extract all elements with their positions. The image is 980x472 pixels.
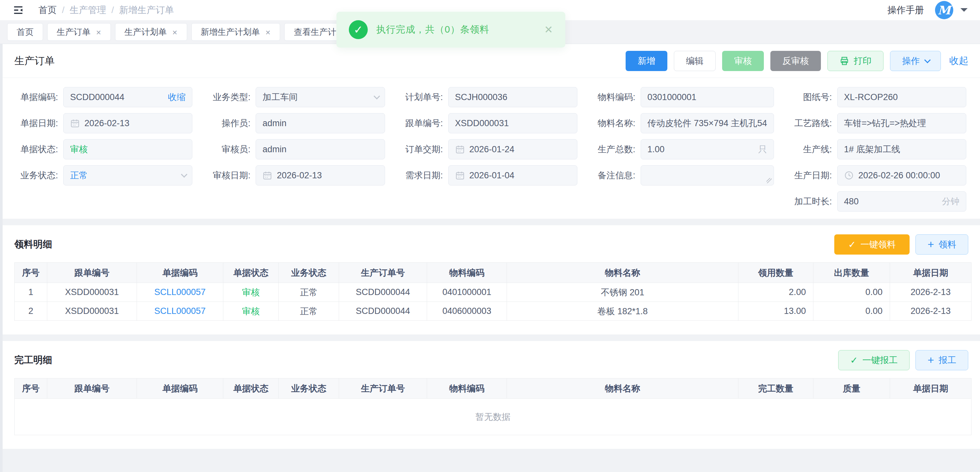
field-label: 审核日期: (206, 170, 256, 181)
field-value: 正常 (70, 170, 88, 181)
column-header: 跟单编号 (47, 378, 137, 399)
resize-handle-icon[interactable] (767, 178, 772, 183)
completion-section-title: 完工明细 (14, 354, 52, 367)
chevron-down-icon[interactable] (961, 8, 967, 15)
add-button[interactable]: 新增 (625, 51, 667, 71)
form-field-production-date: 生产日期:2026-02-26 00:00:00 (788, 164, 966, 187)
field-label: 业务状态: (14, 170, 63, 181)
doc-status-input[interactable]: 审核 (63, 139, 192, 159)
print-button[interactable]: 打印 (827, 51, 883, 71)
field-value: 2026-02-26 00:00:00 (858, 170, 940, 181)
table-cell: 审核 (223, 283, 279, 302)
one-click-material-button[interactable]: 一键领料 (834, 234, 910, 254)
material-section-title: 领料明细 (14, 238, 52, 251)
auditor-input[interactable]: admin (256, 139, 385, 159)
field-label: 图纸号: (788, 91, 837, 103)
material-code-input[interactable]: 0301000001 (641, 87, 774, 107)
form-field-biz-type: 业务类型:加工车间 (206, 86, 385, 108)
table-cell: SCDD000044 (339, 302, 427, 321)
page-title: 生产订单 (14, 54, 55, 68)
form-field-material-name: 物料名称:传动皮轮件 735×794 主机孔54 (591, 112, 774, 135)
chevron-down-icon (924, 57, 931, 63)
form-field-material-code: 物料编码:0301000001 (591, 86, 774, 108)
form-field-doc-date: 单据日期:2026-02-13 (14, 112, 192, 135)
doc-date-input[interactable]: 2026-02-13 (63, 113, 192, 133)
biz-type-input[interactable]: 加工车间 (256, 87, 385, 107)
production-date-input[interactable]: 2026-02-26 00:00:00 (837, 165, 966, 186)
field-label: 备注信息: (591, 170, 641, 181)
field-label: 加工时长: (788, 195, 837, 207)
column-header: 完工数量 (738, 378, 813, 399)
form-field-drawing-no: 图纸号:XL-RCOP260 (788, 86, 966, 108)
follow-no-input[interactable]: XSDD000031 (448, 113, 578, 133)
printer-icon (840, 56, 849, 66)
field-value: 传动皮轮件 735×794 主机孔54 (648, 118, 767, 129)
breadcrumb-separator: / (62, 5, 65, 15)
field-value: SCDD000044 (70, 92, 124, 102)
form-field-follow-no: 跟单编号:XSDD000031 (399, 112, 578, 135)
success-toast: 执行完成，共（0）条领料 (336, 12, 565, 48)
close-icon[interactable] (544, 24, 553, 36)
form-spacer (591, 190, 774, 213)
drawing-no-input[interactable]: XL-RCOP260 (837, 87, 966, 107)
manual-link[interactable]: 操作手册 (888, 4, 924, 16)
biz-status-input[interactable]: 正常 (63, 165, 192, 186)
collapse-panel-link[interactable]: 收起 (949, 54, 968, 67)
close-icon[interactable] (172, 27, 178, 37)
breadcrumb-item[interactable]: 首页 (38, 4, 57, 16)
table-cell: 13.00 (738, 302, 813, 321)
remark-input[interactable] (641, 165, 774, 186)
column-header: 物料编码 (427, 263, 507, 283)
order-form: 单据编码:SCDD000044收缩业务类型:加工车间计划单号:SCJH00003… (3, 78, 980, 219)
avatar[interactable]: M (935, 1, 953, 19)
material-name-input[interactable]: 传动皮轮件 735×794 主机孔54 (641, 113, 774, 133)
one-click-report-button[interactable]: 一键报工 (838, 350, 910, 370)
field-value: 1# 底架加工线 (844, 143, 900, 155)
plan-no-input[interactable]: SCJH000036 (448, 87, 578, 107)
plus-icon (928, 238, 934, 250)
check-icon (850, 355, 858, 366)
doc-code-input[interactable]: SCDD000044收缩 (63, 87, 192, 107)
tab-production-plan[interactable]: 生产计划单 (115, 23, 187, 41)
field-value: 2026-02-13 (277, 170, 322, 181)
field-value: 车钳=>钻孔=>热处理 (844, 118, 926, 129)
column-header: 单据编码 (137, 378, 223, 399)
field-value: 审核 (70, 143, 88, 155)
order-due-date-input[interactable]: 2026-01-24 (448, 139, 578, 159)
calendar-icon (455, 170, 465, 180)
column-header: 业务状态 (279, 263, 339, 283)
breadcrumb-item[interactable]: 生产管理 (70, 4, 106, 16)
doc-code-link[interactable]: SCLL000057 (137, 302, 223, 321)
operator-input[interactable]: admin (256, 113, 385, 133)
add-report-button[interactable]: 报工 (915, 350, 968, 370)
collapse-field-link[interactable]: 收缩 (168, 91, 186, 103)
table-cell: 2.00 (738, 283, 813, 302)
field-value: admin (262, 118, 286, 129)
table-cell: XSDD000031 (47, 283, 137, 302)
total-qty-input[interactable]: 1.00只 (641, 139, 774, 159)
actions-dropdown-button[interactable]: 操作 (890, 51, 941, 71)
column-header: 跟单编号 (47, 263, 137, 283)
tab-home[interactable]: 首页 (7, 23, 43, 41)
close-icon[interactable] (96, 27, 102, 37)
tab-production-order[interactable]: 生产订单 (47, 23, 111, 41)
edit-button[interactable]: 编辑 (674, 51, 716, 71)
unaudit-button[interactable]: 反审核 (770, 51, 821, 71)
add-material-button[interactable]: 领料 (915, 234, 968, 254)
doc-code-link[interactable]: SCLL000057 (137, 283, 223, 302)
close-icon[interactable] (266, 27, 271, 37)
production-line-input[interactable]: 1# 底架加工线 (837, 139, 966, 159)
menu-fold-icon[interactable] (12, 3, 25, 17)
tab-add-production-plan[interactable]: 新增生产计划单 (191, 23, 280, 41)
field-unit: 分钟 (942, 195, 959, 207)
check-circle-icon (349, 20, 368, 39)
audit-button[interactable]: 审核 (722, 51, 764, 71)
demand-date-input[interactable]: 2026-01-04 (448, 165, 578, 186)
form-spacer (206, 190, 385, 213)
table-cell: XSDD000031 (47, 302, 137, 321)
process-route-input[interactable]: 车钳=>钻孔=>热处理 (837, 113, 966, 133)
audit-date-input[interactable]: 2026-02-13 (256, 165, 385, 186)
field-label: 需求日期: (399, 170, 448, 181)
process-duration-input[interactable]: 480分钟 (837, 191, 966, 211)
table-cell: 不锈钢 201 (507, 283, 738, 302)
